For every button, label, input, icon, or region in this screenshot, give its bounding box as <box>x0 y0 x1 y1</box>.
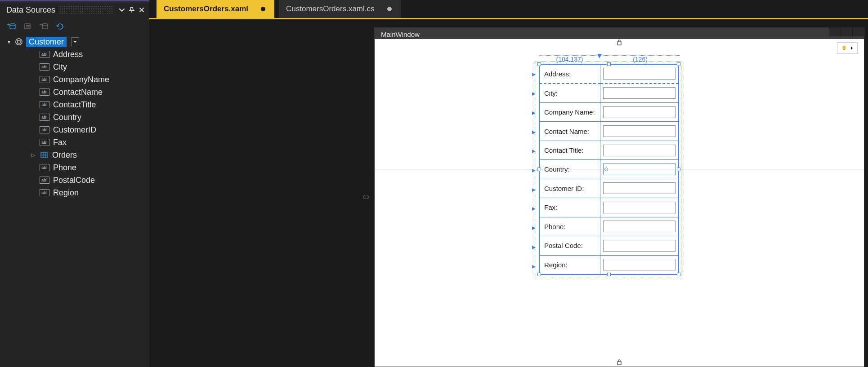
resize-handle[interactable] <box>607 62 611 66</box>
tree-node-label: ContactTitle <box>53 100 96 110</box>
add-datasource-icon[interactable]: + <box>6 21 17 32</box>
panel-menu-button[interactable] <box>117 5 127 15</box>
tree-node-orders[interactable]: Orders <box>31 149 147 161</box>
selected-grid[interactable]: (104.137) (126) <box>539 64 679 275</box>
tab-customersorders-xaml[interactable]: CustomersOrders.xaml <box>157 0 274 18</box>
panel-grip[interactable] <box>59 6 113 13</box>
svg-rect-4 <box>26 27 30 27</box>
tree-node-address[interactable]: ablAddress <box>31 48 147 61</box>
row-marker-icon[interactable] <box>531 167 537 173</box>
data-sources-panel: Data Sources + <box>0 0 149 367</box>
tree-node-customerid[interactable]: ablCustomerID <box>31 124 147 136</box>
text-field-icon: abl <box>40 51 49 58</box>
column-size-right[interactable]: (126) <box>601 55 680 63</box>
node-dropdown-icon[interactable] <box>71 37 79 46</box>
tree-node-label: PostalCode <box>53 176 95 185</box>
panel-title: Data Sources <box>6 5 55 15</box>
close-window-icon[interactable] <box>852 27 864 36</box>
row-marker-icon[interactable] <box>531 110 537 116</box>
expander-icon[interactable] <box>31 152 36 158</box>
row-marker-icon[interactable] <box>531 205 537 212</box>
svg-point-1 <box>10 24 15 26</box>
text-field-icon: abl <box>40 126 49 133</box>
svg-rect-8 <box>18 40 20 43</box>
tree-node-label: Fax <box>53 138 67 147</box>
tree-node-label: CompanyName <box>53 75 109 84</box>
tree-node-label: Address <box>53 50 83 59</box>
margin-adorner <box>535 62 681 277</box>
resize-handle[interactable] <box>677 62 680 66</box>
quick-actions-button[interactable] <box>837 42 858 54</box>
resize-handle[interactable] <box>607 273 611 276</box>
datasource-tree[interactable]: Customer ablAddressablCityablCompanyName… <box>0 35 149 199</box>
document-tabs: CustomersOrders.xaml CustomersOrders.xam… <box>149 0 868 18</box>
row-marker-icon[interactable] <box>531 71 537 77</box>
window-controls <box>829 27 864 36</box>
dirty-indicator-icon <box>387 7 392 11</box>
refresh-icon[interactable] <box>55 21 66 32</box>
text-field-icon: abl <box>40 76 49 83</box>
tree-node-postalcode[interactable]: ablPostalCode <box>31 174 147 186</box>
tree-node-label: Phone <box>53 163 76 172</box>
svg-rect-9 <box>41 152 47 158</box>
row-marker-icon[interactable] <box>531 225 537 231</box>
tree-node-label: Country <box>53 113 81 122</box>
resize-handle[interactable] <box>537 273 541 276</box>
tree-node-city[interactable]: ablCity <box>31 61 147 73</box>
svg-rect-3 <box>26 25 30 26</box>
panel-header: Data Sources <box>0 0 149 18</box>
row-marker-icon[interactable] <box>531 129 537 135</box>
tab-label: CustomersOrders.xaml.cs <box>286 4 374 13</box>
tree-node-contactname[interactable]: ablContactName <box>31 86 147 98</box>
horizontal-guideline <box>375 169 864 169</box>
panel-toolbar: + + <box>0 18 149 35</box>
tree-node-label: ContactName <box>53 88 103 97</box>
pin-icon[interactable] <box>127 5 137 15</box>
svg-point-7 <box>16 39 22 45</box>
column-size-left[interactable]: (104.137) <box>539 55 600 63</box>
text-field-icon: abl <box>40 177 49 184</box>
row-marker-icon[interactable] <box>531 244 537 250</box>
svg-rect-15 <box>844 49 845 50</box>
tree-node-label[interactable]: Customer <box>26 37 67 47</box>
text-field-icon: abl <box>40 63 49 71</box>
window-title-bar[interactable]: MainWindow <box>375 27 864 39</box>
resize-handle[interactable] <box>677 273 680 276</box>
top-anchor-icon[interactable] <box>616 39 622 48</box>
resize-handle[interactable] <box>537 62 541 66</box>
xaml-designer-canvas[interactable]: MainWindow <box>149 19 868 367</box>
maximize-icon[interactable] <box>841 27 852 36</box>
resize-handle[interactable] <box>677 168 680 171</box>
tree-node-phone[interactable]: ablPhone <box>31 161 147 174</box>
tree-node-country[interactable]: ablCountry <box>31 111 147 124</box>
tab-customersorders-xaml-cs[interactable]: CustomersOrders.xaml.cs <box>279 0 400 18</box>
tree-node-region[interactable]: ablRegion <box>31 186 147 199</box>
tree-node-label: CustomerID <box>53 125 96 135</box>
configure-datasource-icon[interactable]: + <box>39 21 49 32</box>
tree-node-customer[interactable]: Customer <box>6 35 147 48</box>
edit-datasource-icon[interactable] <box>22 21 33 32</box>
row-marker-icon[interactable] <box>531 148 537 154</box>
dirty-indicator-icon <box>261 7 265 11</box>
resize-handle[interactable] <box>537 168 541 171</box>
text-field-icon: abl <box>40 164 49 171</box>
tree-node-fax[interactable]: ablFax <box>31 136 147 149</box>
row-marker-icon[interactable] <box>531 186 537 193</box>
tree-node-contacttitle[interactable]: ablContactTitle <box>31 98 147 111</box>
row-marker-icon[interactable] <box>531 263 537 270</box>
window-title: MainWindow <box>381 31 420 38</box>
row-marker-icon[interactable] <box>531 90 537 97</box>
minimize-icon[interactable] <box>829 27 841 36</box>
tree-node-label: Region <box>53 188 79 198</box>
designer-window-frame[interactable]: MainWindow <box>374 27 864 367</box>
tree-node-companyname[interactable]: ablCompanyName <box>31 73 147 86</box>
text-field-icon: abl <box>40 139 49 146</box>
close-icon[interactable] <box>137 5 147 15</box>
left-anchor-icon[interactable] <box>361 192 371 202</box>
design-surface[interactable]: (104.137) (126) <box>375 40 864 367</box>
object-icon <box>14 37 23 46</box>
tree-node-label: Orders <box>52 150 77 160</box>
expander-icon[interactable] <box>6 39 12 45</box>
bottom-anchor-icon[interactable] <box>616 358 622 367</box>
tree-node-label: City <box>53 62 67 72</box>
